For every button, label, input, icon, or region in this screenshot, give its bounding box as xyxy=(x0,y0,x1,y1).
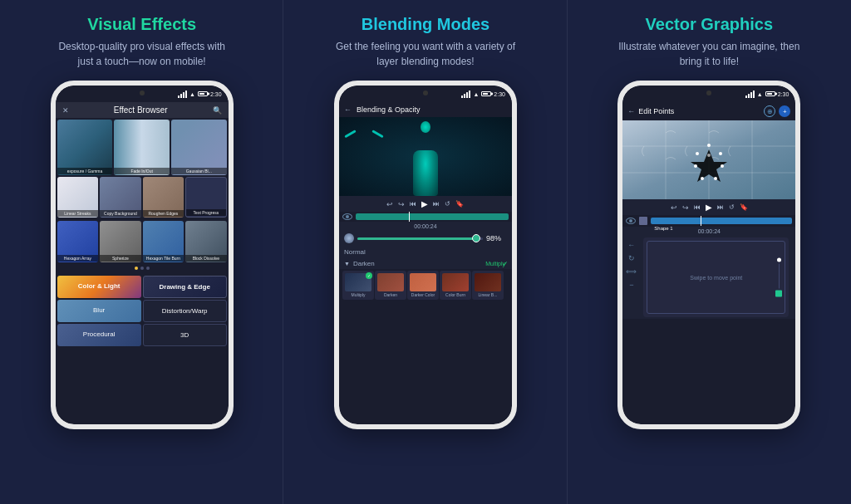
arm-left xyxy=(344,130,356,138)
play-btn-3[interactable]: ▶ xyxy=(706,203,712,212)
person-body xyxy=(413,150,438,196)
darken-row: ▼ Darken Multiply ✓ xyxy=(339,258,512,269)
search-icon[interactable]: 🔍 xyxy=(213,106,222,115)
skip-start-btn-2[interactable]: ⏮ xyxy=(410,200,416,208)
main-container: Visual Effects Desktop-quality pro visua… xyxy=(0,0,851,504)
loop-btn-3[interactable]: ↺ xyxy=(729,203,735,211)
effect-thumb-fade[interactable]: Fade In/Out xyxy=(114,120,170,175)
arm-right xyxy=(371,130,383,138)
blend-mode-linear-burn[interactable]: Linear B... xyxy=(472,271,504,300)
shape-label: Shape 1 xyxy=(654,226,672,231)
effect-thumb-sphere[interactable]: Spherize xyxy=(100,221,141,262)
effect-thumb-streaks[interactable]: Linear Streaks xyxy=(57,177,99,218)
swipe-area[interactable]: Swipe to move point xyxy=(643,237,789,317)
blend-modes-strip: Multiply ✓ Darken Darker Color xyxy=(339,269,512,301)
category-drawing[interactable]: Drawing & Edge xyxy=(143,276,227,298)
play-btn-2[interactable]: ▶ xyxy=(421,199,428,208)
blend-mode-darker-color[interactable]: Darker Color xyxy=(407,271,439,300)
effect-browser-title: Effect Browser xyxy=(114,105,168,115)
close-icon[interactable]: ✕ xyxy=(62,106,69,115)
redo-icon-3[interactable]: ↪ xyxy=(682,203,689,212)
puzzle-preview xyxy=(622,120,795,199)
effect-thumb-landscape[interactable]: exposure / Gamma xyxy=(57,120,113,175)
bookmark-btn-3[interactable]: 🔖 xyxy=(740,203,748,211)
column-visual-effects: Visual Effects Desktop-quality pro visua… xyxy=(0,0,283,504)
transform-icon[interactable]: ⊕ xyxy=(764,105,775,117)
undo-icon-2[interactable]: ↩ xyxy=(386,200,393,208)
skip-end-btn-3[interactable]: ⏭ xyxy=(717,203,724,211)
svg-point-9 xyxy=(721,164,724,168)
vector-title: Edit Points xyxy=(638,107,674,115)
phone3-content: ← Edit Points ⊕ + xyxy=(622,86,795,424)
effect-thumb-tile[interactable]: Hexagon Tile Burn xyxy=(143,221,184,262)
svg-point-8 xyxy=(719,152,722,155)
category-distortion[interactable]: Distortion/Warp xyxy=(143,300,227,322)
blend-name-darker-color: Darker Color xyxy=(411,292,435,297)
rotate-icon[interactable]: ↻ xyxy=(628,254,635,262)
point-slider[interactable] xyxy=(775,258,782,297)
signal-icon-2 xyxy=(461,91,470,98)
opacity-row: 98% xyxy=(339,231,512,246)
category-color-light[interactable]: Color & Light xyxy=(57,276,141,298)
effect-thumb-gaussian[interactable]: Gaussian Bl... xyxy=(171,120,227,175)
blend-name-color-burn: Color Burn xyxy=(445,292,465,297)
add-point-icon[interactable]: + xyxy=(779,105,790,117)
category-3d[interactable]: 3D xyxy=(143,324,227,346)
playhead-2 xyxy=(409,212,410,222)
active-badge: ✓ xyxy=(366,272,372,279)
battery-icon-2 xyxy=(481,91,491,96)
section-title-vector: Vector Graphics xyxy=(646,15,773,34)
vector-header: ← Edit Points ⊕ + xyxy=(622,102,795,120)
back-icon-3[interactable]: ← xyxy=(627,107,635,115)
effect-thumb-block[interactable]: Block Dissolve xyxy=(185,221,227,262)
blend-mode-color-burn[interactable]: Color Burn xyxy=(440,271,471,300)
opacity-slider[interactable] xyxy=(357,237,483,240)
section-title-blending: Blending Modes xyxy=(362,15,489,34)
camera-dot-2 xyxy=(423,91,428,95)
skip-end-btn-2[interactable]: ⏭ xyxy=(433,200,440,208)
phone-vector: ▲ 2:30 ← Edit Points xyxy=(617,81,800,429)
effect-label-block: Block Dissolve xyxy=(185,255,227,262)
effect-thumb-hex[interactable]: Hexagon Array xyxy=(57,221,99,262)
phone2-content: ← Blending & Opacity xyxy=(339,86,512,424)
effect-label-tile: Hexagon Tile Burn xyxy=(143,255,184,262)
wifi-icon-1: ▲ xyxy=(189,91,195,97)
phone1-content: ✕ Effect Browser 🔍 exposure / Gamma Fade… xyxy=(56,86,229,424)
phone-blending: ▲ 2:30 ← Blending & Opacity xyxy=(334,81,517,429)
blend-mode-multiply[interactable]: Multiply ✓ xyxy=(342,271,374,300)
effect-thumb-copy[interactable]: Copy Background xyxy=(100,177,141,218)
effect-thumb-rough[interactable]: Roughen Edges xyxy=(143,177,184,218)
effect-label-fade: Fade In/Out xyxy=(114,168,170,174)
svg-point-12 xyxy=(694,164,697,168)
svg-point-7 xyxy=(707,144,711,147)
column-blending-modes: Blending Modes Get the feeling you want … xyxy=(283,0,567,504)
eye-icon-3[interactable] xyxy=(626,218,636,224)
effect-label-sphere: Spherize xyxy=(100,255,141,262)
blend-name-linear-burn: Linear B... xyxy=(479,292,498,297)
undo-icon-3[interactable]: ↩ xyxy=(671,203,677,212)
blending-header: ← Blending & Opacity xyxy=(339,102,512,117)
category-blur[interactable]: Blur xyxy=(57,300,141,322)
blend-thumb-color-burn xyxy=(442,273,469,291)
loop-btn-2[interactable]: ↺ xyxy=(445,200,450,208)
timeline-controls-3: ↩ ↪ ⏮ ▶ ⏭ ↺ 🔖 xyxy=(622,199,795,215)
effect-thumb-text[interactable]: Text Progress xyxy=(185,177,227,218)
svg-point-11 xyxy=(701,177,704,180)
redo-icon-2[interactable]: ↪ xyxy=(398,200,405,208)
status-time-2: 2:30 xyxy=(494,91,505,97)
minus-icon[interactable]: − xyxy=(629,281,633,289)
back-icon-2[interactable]: ← xyxy=(344,105,352,114)
category-procedural[interactable]: Procedural xyxy=(57,324,141,346)
effect-grid-row2: Linear Streaks Copy Background Roughen E… xyxy=(56,175,229,220)
flip-icon[interactable]: ⟺ xyxy=(626,267,637,276)
darken-label: Darken xyxy=(353,260,375,267)
blend-mode-label: Normal xyxy=(339,246,512,258)
blend-mode-darken[interactable]: Darken xyxy=(375,271,406,300)
eye-icon-2[interactable] xyxy=(342,213,352,220)
slider-track xyxy=(779,264,780,289)
page-indicator xyxy=(56,264,229,272)
skip-start-btn-3[interactable]: ⏮ xyxy=(694,203,701,211)
section-subtitle-blending: Get the feeling you want with a variety … xyxy=(334,39,517,69)
bookmark-btn-2[interactable]: 🔖 xyxy=(455,200,464,208)
arrow-tool-icon[interactable]: ← xyxy=(627,241,635,249)
